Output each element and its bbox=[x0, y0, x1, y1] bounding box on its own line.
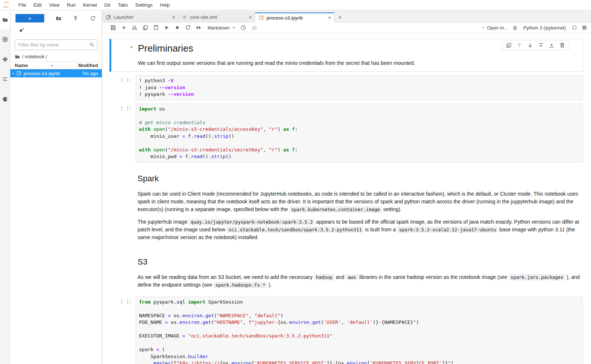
cell-prompt bbox=[109, 249, 136, 293]
markdown-cell[interactable]: S3As we will be reading data from an S3 … bbox=[109, 249, 583, 293]
cell-collapser-icon[interactable]: ▾ bbox=[109, 39, 136, 71]
menu-help[interactable]: Help bbox=[156, 0, 174, 10]
file-browser-tab[interactable] bbox=[0, 10, 10, 29]
cell-type-dropdown[interactable]: Markdown bbox=[208, 25, 236, 31]
delete-cell-button[interactable] bbox=[559, 42, 565, 48]
menu-kernel[interactable]: Kernel bbox=[79, 0, 101, 10]
menu-settings[interactable]: Settings bbox=[132, 0, 156, 10]
git-status-label: git bbox=[252, 25, 257, 30]
kernel-status-icon bbox=[572, 25, 577, 30]
new-launcher-button[interactable]: + bbox=[15, 14, 44, 22]
git-diamond-icon bbox=[2, 56, 8, 62]
code-editor[interactable]: ! python3 -V! java --version! pyspark --… bbox=[136, 75, 583, 100]
sort-ascending-icon: ▲ bbox=[51, 64, 53, 67]
restart-run-all-button[interactable] bbox=[196, 25, 202, 31]
file-name: process-s3.ipynb bbox=[24, 71, 60, 76]
sort-by-name-header[interactable]: Name ▲ bbox=[10, 63, 77, 68]
close-tab-icon[interactable]: × bbox=[172, 14, 175, 20]
git-clone-icon[interactable] bbox=[18, 28, 24, 34]
run-button[interactable] bbox=[164, 25, 170, 31]
menu-file[interactable]: File bbox=[15, 0, 30, 10]
menu-view[interactable]: View bbox=[45, 0, 63, 10]
markdown-paragraph: As we will be reading data from an S3 bu… bbox=[138, 273, 583, 289]
close-tab-icon[interactable]: × bbox=[328, 15, 331, 21]
interrupt-kernel-button[interactable] bbox=[174, 25, 180, 31]
menu-edit[interactable]: Edit bbox=[30, 0, 45, 10]
launcher-icon bbox=[106, 15, 111, 20]
extension-manager-tab[interactable] bbox=[0, 89, 10, 109]
code-editor[interactable]: from pyspark.sql import SparkSession NAM… bbox=[136, 297, 583, 364]
tab-core-site-xml[interactable]: core-site.xml× bbox=[178, 12, 255, 22]
filter-files-input[interactable] bbox=[15, 39, 97, 50]
open-in-label: Open in... bbox=[487, 25, 508, 31]
close-tab-icon[interactable]: × bbox=[249, 14, 252, 20]
name-column-label: Name bbox=[15, 63, 28, 68]
insert-cell-below-button[interactable] bbox=[549, 42, 555, 48]
cell-type-value: Markdown bbox=[208, 25, 230, 31]
cell-list: ▾PreliminariesWe can first output some v… bbox=[102, 33, 591, 364]
home-folder-icon[interactable] bbox=[15, 54, 20, 59]
code-cell[interactable]: [ ]:import os # get minio credentialswit… bbox=[109, 104, 583, 162]
menu-run[interactable]: Run bbox=[63, 0, 79, 10]
paste-cell-button[interactable] bbox=[153, 25, 159, 31]
menu-bar: FileEditViewRunKernelGitTabsSettingsHelp bbox=[0, 0, 591, 10]
tab-process-s3-ipynb[interactable]: process-s3.ipynb× bbox=[255, 13, 334, 22]
running-dot-icon: • bbox=[13, 71, 16, 76]
cell-prompt: [ ]: bbox=[109, 75, 136, 100]
cut-cell-button[interactable] bbox=[132, 25, 138, 31]
notebook-file-icon bbox=[16, 71, 21, 76]
menu-bar-items: FileEditViewRunKernelGitTabsSettingsHelp bbox=[15, 0, 174, 10]
toolbar-menu-icon[interactable] bbox=[581, 25, 587, 31]
puzzle-icon bbox=[2, 96, 8, 102]
upload-button[interactable] bbox=[73, 15, 79, 21]
save-button[interactable] bbox=[110, 25, 116, 31]
code-editor[interactable]: import os # get minio credentialswith op… bbox=[136, 104, 583, 162]
code-cell[interactable]: [ ]:from pyspark.sql import SparkSession… bbox=[109, 297, 583, 364]
sort-by-modified-header[interactable]: Modified bbox=[77, 62, 102, 69]
refresh-button[interactable] bbox=[90, 15, 96, 21]
markdown-heading: Spark bbox=[138, 174, 583, 183]
new-folder-button[interactable] bbox=[56, 15, 62, 21]
markdown-cell[interactable]: SparkSpark can be used in Client mode (r… bbox=[109, 166, 583, 246]
running-icon bbox=[2, 36, 8, 42]
menu-tabs[interactable]: Tabs bbox=[114, 0, 131, 10]
open-in-dropdown[interactable]: Open in... bbox=[482, 25, 508, 31]
copy-cell-button[interactable] bbox=[142, 25, 148, 31]
markdown-cell[interactable]: ▾PreliminariesWe can first output some v… bbox=[109, 39, 583, 72]
debugger-icon[interactable] bbox=[512, 25, 518, 31]
toolbar-buttons bbox=[110, 25, 202, 31]
restart-kernel-button[interactable] bbox=[185, 25, 191, 31]
insert-cell-above-button[interactable] bbox=[538, 42, 544, 48]
menu-git[interactable]: Git bbox=[101, 0, 114, 10]
inline-code: spark.jars.packages bbox=[509, 274, 565, 280]
file-row[interactable]: •process-s3.ipynb7m ago bbox=[10, 69, 102, 77]
inline-code: spark.hadoopo.fs.* bbox=[213, 282, 267, 288]
left-activity-bar bbox=[0, 10, 10, 364]
notebook-icon bbox=[259, 15, 264, 20]
duplicate-cell-button[interactable] bbox=[506, 42, 512, 48]
insert-cell-button[interactable] bbox=[121, 25, 127, 31]
cell-prompt bbox=[109, 166, 136, 246]
kernel-name[interactable]: Python 3 (ipykernel) bbox=[523, 25, 566, 31]
notebook-content: ▾PreliminariesWe can first output some v… bbox=[102, 33, 591, 364]
move-cell-down-button[interactable] bbox=[527, 42, 533, 48]
move-cell-up-button bbox=[517, 42, 522, 48]
tab-label: Launcher bbox=[114, 14, 167, 20]
new-tab-button[interactable]: + bbox=[334, 12, 345, 22]
table-of-contents-tab[interactable] bbox=[0, 69, 10, 89]
markdown-paragraph: The jupyterhub image quay.io/jupyter/pys… bbox=[138, 218, 583, 241]
notebook-toolbar: Markdown git Open in... Python 3 (ipyker… bbox=[102, 22, 591, 33]
inline-code: aws bbox=[346, 274, 358, 280]
git-tab[interactable] bbox=[0, 49, 10, 69]
tab-label: core-site.xml bbox=[190, 14, 243, 20]
tab-launcher[interactable]: Launcher× bbox=[102, 12, 178, 22]
file-icon bbox=[182, 15, 187, 20]
breadcrumb[interactable]: / notebook / bbox=[15, 54, 97, 59]
search-icon bbox=[89, 42, 94, 47]
inline-code: spark:3.5.2-scala2.12-java17-ubuntu bbox=[397, 227, 498, 233]
code-cell[interactable]: [ ]:! python3 -V! java --version! pyspar… bbox=[109, 75, 583, 100]
markdown-paragraph: We can first output some versions that a… bbox=[138, 59, 583, 67]
chevron-down-icon bbox=[232, 25, 236, 30]
inline-code: hadoop bbox=[314, 274, 334, 280]
running-sessions-tab[interactable] bbox=[0, 29, 10, 49]
